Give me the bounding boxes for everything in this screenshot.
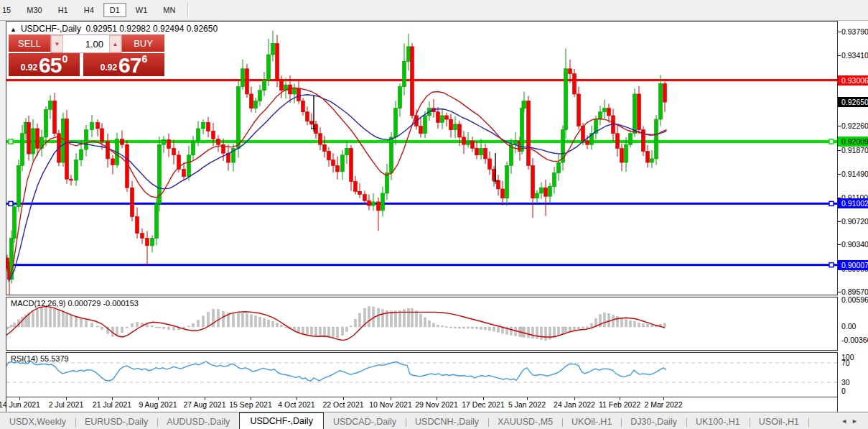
horizontal-line[interactable] (6, 79, 837, 81)
buy-button[interactable]: BUY (122, 34, 164, 53)
timeframe-button-d1[interactable]: D1 (103, 3, 126, 17)
macd-bar (498, 327, 500, 332)
price-axis[interactable]: 0.937900.934100.930300.926500.922600.918… (838, 21, 868, 412)
macd-bar (332, 327, 335, 338)
buy-price-display[interactable]: 0.92 67 6 (83, 53, 164, 76)
chart-tab-usdchf-daily[interactable]: USDCHF-,Daily (239, 412, 324, 429)
candle (202, 122, 205, 129)
macd-bar (58, 309, 60, 327)
macd-bar (159, 327, 161, 328)
candle (527, 101, 531, 165)
rsi-indicator-panel[interactable]: RSI(14) 55.5379 (6, 352, 838, 397)
horizontal-line[interactable] (6, 264, 837, 266)
line-handle[interactable] (829, 263, 834, 267)
candle (207, 122, 210, 131)
macd-bar (433, 323, 435, 327)
macd-bar (558, 327, 560, 336)
chart-tab-usdcad-daily[interactable]: USDCAD-,Daily (324, 415, 406, 429)
candle (381, 193, 385, 211)
price-tick-mark (838, 55, 841, 56)
candle (121, 139, 124, 144)
sell-button[interactable]: SELL (9, 34, 50, 53)
rsi-axis-label: 30 (841, 378, 850, 387)
macd-bar (6, 327, 9, 329)
chart-tab-usoil-h1[interactable]: USOil-,H1 (750, 415, 808, 429)
tab-scroll-arrows[interactable]: ◄► (841, 418, 862, 425)
macd-bar (276, 323, 279, 327)
macd-bar (368, 306, 370, 327)
macd-bar (532, 327, 534, 338)
line-handle[interactable] (9, 201, 13, 206)
candle (111, 159, 115, 165)
chart-tab-dj30-daily[interactable]: DJ30-,Daily (621, 415, 686, 429)
macd-bar (476, 327, 478, 329)
horizontal-line[interactable] (6, 140, 837, 143)
macd-indicator-panel[interactable]: MACD(12,26,9) 0.000729 -0.000153 (6, 297, 838, 351)
macd-bar (151, 326, 154, 327)
candle (377, 202, 381, 211)
timeframe-button-m30[interactable]: M30 (20, 3, 48, 17)
macd-bar (263, 318, 266, 327)
volume-increase-icon[interactable]: ▲ (109, 35, 121, 52)
macd-bar (569, 327, 571, 331)
candle (497, 180, 500, 189)
price-tick-label: 0.93790 (841, 27, 868, 36)
timeframe-button-mn[interactable]: MN (157, 3, 182, 17)
candle (531, 165, 535, 198)
sell-price-display[interactable]: 0.92 65 0 (9, 53, 80, 76)
line-handle[interactable] (829, 201, 834, 206)
macd-bar (399, 310, 401, 327)
candle (36, 129, 39, 148)
macd-bar (429, 320, 431, 327)
date-label: 11 Feb 2022 (599, 400, 640, 409)
macd-bar (608, 313, 610, 327)
rsi-canvas[interactable] (6, 353, 837, 397)
timeframe-button-h1[interactable]: H1 (52, 3, 75, 17)
tab-scroll-right-icon[interactable]: ► (851, 418, 862, 425)
price-tick-label: 0.91870 (841, 146, 868, 154)
date-label: 15 Sep 2021 (229, 400, 272, 409)
timeframe-button-15[interactable]: 15 (0, 3, 17, 17)
chart-tab-usdx-weekly[interactable]: USDX,Weekly (0, 415, 75, 429)
tab-scroll-left-icon[interactable]: ◄ (841, 418, 851, 425)
collapse-trade-panel-icon[interactable]: ▲ (10, 26, 17, 33)
macd-bar (424, 318, 426, 327)
chart-tab-ukoil-h1[interactable]: UKOil-,H1 (562, 415, 621, 429)
chart-tab-audusd-daily[interactable]: AUDUSD-,Daily (157, 415, 239, 429)
candle (638, 94, 641, 130)
chart-tab-xauusd-m5[interactable]: XAUUSD-,M5 (488, 415, 562, 429)
macd-bar (411, 308, 414, 327)
macd-bar (510, 327, 513, 335)
macd-axis-label: 0.00 (841, 322, 856, 331)
chart-tab-bar: USDX,WeeklyEURUSD-,DailyAUDUSD-,DailyUSD… (0, 412, 868, 429)
line-handle[interactable] (829, 139, 834, 144)
candle (607, 109, 611, 116)
macd-bar (192, 323, 195, 327)
volume-field[interactable]: 1.00 (63, 35, 109, 52)
candle (212, 131, 215, 139)
candle (271, 44, 275, 55)
candle (21, 134, 24, 166)
candle (302, 101, 305, 111)
candle (633, 94, 637, 134)
timeframe-buttons: 15M30H1H4D1W1MN (0, 3, 183, 17)
macd-bar (9, 327, 11, 328)
volume-decrease-icon[interactable]: ▼ (51, 35, 63, 52)
chart-tabs: USDX,WeeklyEURUSD-,DailyAUDUSD-,DailyUSD… (0, 415, 808, 429)
price-tick-label: 0.92260 (841, 121, 868, 130)
chart-tab-eurusd-daily[interactable]: EURUSD-,Daily (75, 415, 157, 429)
timeframe-button-w1[interactable]: W1 (129, 3, 154, 17)
candle (445, 116, 449, 119)
date-label: 10 Nov 2021 (369, 400, 412, 409)
candle (577, 94, 581, 126)
chart-tab-usdcnh-daily[interactable]: USDCNH-,Daily (406, 415, 488, 429)
chart-tab-uk100-h1[interactable]: UK100-,H1 (686, 415, 750, 429)
timeframe-button-h4[interactable]: H4 (78, 3, 101, 17)
line-handle[interactable] (9, 139, 13, 144)
macd-bar (302, 327, 304, 334)
candle (192, 141, 195, 155)
macd-bar (467, 327, 470, 328)
macd-bar (328, 327, 330, 338)
time-axis[interactable]: 14 Jun 20212 Jul 202121 Jul 20219 Aug 20… (6, 397, 838, 412)
candle (62, 119, 65, 162)
